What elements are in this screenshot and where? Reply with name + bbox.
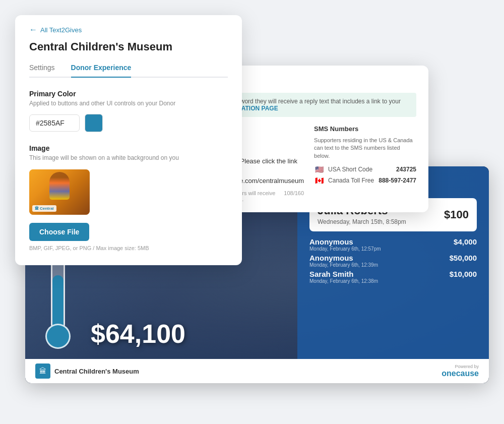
donor-amount: $10,000 [450,270,477,278]
settings-panel: ← All Text2Gives Central Children's Muse… [15,15,242,265]
donor-date: Monday, February 6th, 12:39m [309,262,378,268]
donation-total-amount: $64,100 [91,319,185,349]
color-row [29,114,228,132]
image-preview: 🏛 Central [29,169,90,215]
back-arrow-icon: ← [29,25,37,34]
tab-settings[interactable]: Settings [29,64,55,77]
donor-name: Anonymous [309,237,381,246]
featured-donor-amount: $100 [444,208,469,221]
keywords-right: SMS Numbers Supporters residing in the U… [314,125,416,202]
donor-name: Anonymous [309,254,378,262]
keyword-char-count: 108/160 [284,190,304,202]
sms-canada-label: Canada Toll Free [328,177,374,184]
donor-name: Sarah Smith [309,270,378,278]
donor-info: Anonymous Monday, February 6th, 12:57pm [309,237,381,252]
table-row: Anonymous Monday, February 6th, 12:39m $… [309,254,477,268]
screen-footer: 🏛 Central Children's Museum Powered by o… [25,359,489,383]
color-swatch[interactable] [85,114,103,132]
image-label: Image [29,144,228,152]
donor-amount: $4,000 [454,237,477,246]
primary-color-desc: Applied to buttons and other UI controls… [29,100,228,107]
tab-donor-experience[interactable]: Donor Experience [71,64,132,77]
choose-file-button[interactable]: Choose File [29,223,89,241]
powered-by-label: Powered by [455,364,479,369]
onecause-brand: onecause [442,369,479,378]
footer-logo-icon: 🏛 [35,364,50,379]
donor-amount: $50,000 [450,254,477,262]
thermo-bulb [45,324,71,349]
donor-info: Anonymous Monday, February 6th, 12:39m [309,254,378,268]
thermo-tube [51,256,65,331]
tabs-row: Settings Donor Experience [29,64,228,78]
image-logo-overlay: 🏛 Central [32,205,56,212]
table-row: Anonymous Monday, February 6th, 12:57pm … [309,237,477,252]
ca-flag-icon: 🇨🇦 [314,177,324,184]
footer-org-name: Central Children's Museum [54,368,139,375]
color-input[interactable] [29,114,80,132]
table-row: Sarah Smith Monday, February 6th, 12:38m… [309,270,477,284]
primary-color-label: Primary Color [29,90,228,98]
donor-list: Anonymous Monday, February 6th, 12:57pm … [309,237,477,284]
footer-logo-area: 🏛 Central Children's Museum [35,364,139,379]
sms-canada-number: 888-597-2477 [379,177,416,184]
back-link-label: All Text2Gives [40,26,82,34]
footer-powered: Powered by onecause [442,364,479,378]
donor-info: Sarah Smith Monday, February 6th, 12:38m [309,270,378,284]
back-link[interactable]: ← All Text2Gives [29,25,228,34]
sms-numbers-desc: Supporters residing in the US & Canada c… [314,137,416,160]
image-desc: This image will be shown on a white back… [29,154,228,161]
sms-row-canada: 🇨🇦 Canada Toll Free 888-597-2477 [314,177,416,184]
sms-row-usa: 🇺🇸 USA Short Code 243725 [314,166,416,173]
panel-title: Central Children's Museum [29,40,228,53]
featured-donor-date: Wednesday, March 15th, 8:58pm [318,218,406,225]
sms-usa-number: 243725 [396,166,416,173]
child-figure [49,172,70,200]
sms-usa-label: USA Short Code [328,166,392,173]
thermo-fill [52,275,64,330]
donor-date: Monday, February 6th, 12:38m [309,278,378,284]
us-flag-icon: 🇺🇸 [314,166,324,173]
file-hint: BMP, GIF, JPEG, or PNG / Max image size:… [29,245,228,251]
sms-numbers-title: SMS Numbers [314,125,416,133]
donor-date: Monday, February 6th, 12:57pm [309,246,381,252]
